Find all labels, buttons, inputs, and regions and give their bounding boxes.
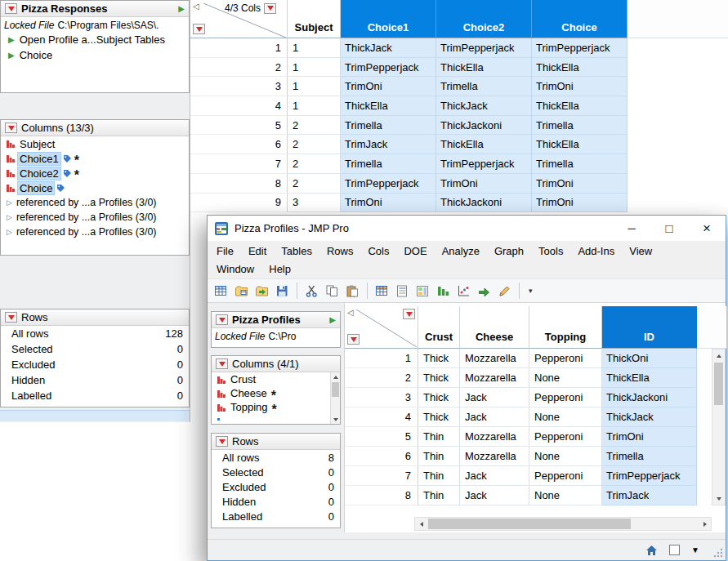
topping-cell[interactable]: None xyxy=(529,368,602,388)
rows-stat-row[interactable]: All rows 128 xyxy=(1,326,189,341)
column-header-subject[interactable]: Subject xyxy=(288,0,341,38)
topping-cell[interactable]: None xyxy=(529,407,602,427)
table-script-item[interactable]: ▶ Choice xyxy=(1,47,189,63)
id-cell[interactable]: ThickJack xyxy=(602,407,697,427)
layout-icon[interactable] xyxy=(413,282,432,301)
choice-cell[interactable]: ThickElla xyxy=(532,58,628,78)
toolbar-overflow-chevron-icon[interactable]: ▾ xyxy=(529,287,533,295)
row-number-cell[interactable]: 8 xyxy=(345,486,418,505)
topping-cell[interactable]: None xyxy=(529,447,602,466)
close-button[interactable]: × xyxy=(688,216,726,241)
column-header-topping[interactable]: Topping xyxy=(529,306,602,349)
choice-cell[interactable]: Trimella xyxy=(532,154,628,174)
journal-icon[interactable] xyxy=(393,282,412,301)
columns-menu-red-triangle-icon[interactable] xyxy=(403,309,415,319)
run-script-icon[interactable] xyxy=(475,282,494,301)
cheese-cell[interactable]: Jack xyxy=(460,486,529,505)
column-item-clipped[interactable] xyxy=(212,414,330,421)
nominal-column-icon[interactable] xyxy=(6,168,16,178)
subject-cell[interactable]: 1 xyxy=(288,77,341,96)
column-item-choice1[interactable]: Choice1 * xyxy=(1,151,189,166)
crust-cell[interactable]: Thick xyxy=(418,388,460,407)
nominal-column-icon[interactable] xyxy=(6,154,16,163)
rows-stat-row[interactable]: All rows 8 xyxy=(212,450,340,465)
nominal-column-icon[interactable] xyxy=(6,139,16,149)
column-name[interactable]: Choice2 xyxy=(18,167,60,180)
import-data-icon[interactable] xyxy=(252,282,271,301)
distribution-icon[interactable] xyxy=(434,282,453,301)
column-name[interactable]: Crust xyxy=(229,373,257,385)
row-number-cell[interactable]: 8 xyxy=(190,174,288,194)
red-triangle-menu-icon[interactable] xyxy=(216,436,228,447)
menu-item[interactable]: Cols xyxy=(360,242,396,260)
choice2-cell[interactable]: ThickElla xyxy=(436,135,532,154)
row-number-cell[interactable]: 5 xyxy=(190,116,288,136)
row-number-cell[interactable]: 3 xyxy=(190,77,288,96)
id-cell[interactable]: TrimOni xyxy=(602,427,697,447)
topping-cell[interactable]: Pepperoni xyxy=(529,388,602,407)
id-cell[interactable]: TrimJack xyxy=(602,486,697,505)
rows-stat-row[interactable]: Hidden 0 xyxy=(212,494,340,509)
cheese-cell[interactable]: Mozzarella xyxy=(460,427,529,447)
topping-cell[interactable]: Pepperoni xyxy=(529,466,602,486)
scroll-up-button[interactable] xyxy=(712,350,725,362)
cheese-cell[interactable]: Jack xyxy=(460,388,529,407)
vertical-scrollbar[interactable] xyxy=(712,349,726,505)
row-number-cell[interactable]: 9 xyxy=(190,194,288,213)
resize-grip[interactable] xyxy=(713,548,723,558)
data-table-icon[interactable] xyxy=(373,282,391,301)
row-number-cell[interactable]: 4 xyxy=(190,96,288,116)
choice-cell[interactable]: ThickElla xyxy=(532,96,628,116)
column-item-cheese[interactable]: Cheese * xyxy=(212,386,330,400)
title-bar[interactable]: Pizza Profiles - JMP Pro ─ □ × xyxy=(208,216,726,241)
home-icon[interactable] xyxy=(645,545,658,556)
id-cell[interactable]: ThickJackoni xyxy=(602,388,697,407)
rows-stat-row[interactable]: Labelled 0 xyxy=(212,509,340,523)
red-triangle-menu-icon[interactable] xyxy=(5,312,17,323)
choice-cell[interactable]: Trimella xyxy=(532,116,628,136)
rows-menu-red-triangle-icon[interactable] xyxy=(193,24,205,34)
subject-cell[interactable]: 3 xyxy=(288,194,341,213)
red-triangle-menu-icon[interactable] xyxy=(216,358,228,369)
column-reference-item[interactable]: ▷ referenced by ...a Profiles (3/0) xyxy=(1,225,189,239)
crust-cell[interactable]: Thick xyxy=(418,349,460,368)
scroll-down-button[interactable] xyxy=(712,492,725,505)
choice2-cell[interactable]: TrimPepperjack xyxy=(436,38,532,58)
column-reference-item[interactable]: ▷ referenced by ...a Profiles (3/0) xyxy=(1,210,189,225)
choice-cell[interactable]: TrimOni xyxy=(532,77,628,96)
choice2-cell[interactable]: ThickJack xyxy=(436,96,532,116)
subject-cell[interactable]: 1 xyxy=(288,96,341,116)
crust-cell[interactable]: Thick xyxy=(418,368,460,388)
row-number-cell[interactable]: 1 xyxy=(190,38,288,58)
fit-y-by-x-icon[interactable] xyxy=(454,282,473,301)
cheese-cell[interactable]: Mozzarella xyxy=(460,368,529,388)
paste-icon[interactable] xyxy=(343,282,362,301)
menu-item[interactable]: Analyze xyxy=(435,242,487,260)
subject-cell[interactable]: 1 xyxy=(288,58,341,78)
column-header-id[interactable]: ID xyxy=(602,306,697,349)
menu-item[interactable]: Tables xyxy=(274,242,319,260)
subject-cell[interactable]: 2 xyxy=(288,135,341,154)
choice2-cell[interactable]: Trimella xyxy=(436,77,532,96)
choice2-cell[interactable]: ThickJackoni xyxy=(436,194,532,213)
choice1-cell[interactable]: ThickElla xyxy=(341,96,436,116)
copy-icon[interactable] xyxy=(323,282,342,301)
menu-item[interactable]: Tools xyxy=(531,242,570,260)
row-number-cell[interactable]: 2 xyxy=(190,58,288,78)
cheese-cell[interactable]: Mozzarella xyxy=(460,447,529,466)
choice-cell[interactable]: TrimOni xyxy=(532,194,628,213)
subject-cell[interactable]: 2 xyxy=(288,174,341,194)
column-name[interactable]: Subject xyxy=(18,138,56,150)
choice-cell[interactable]: ThickElla xyxy=(532,135,628,154)
topping-cell[interactable]: Pepperoni xyxy=(529,349,602,368)
column-item-crust[interactable]: Crust xyxy=(212,372,330,386)
choice2-cell[interactable]: TrimPepperjack xyxy=(436,154,532,174)
nominal-column-icon[interactable] xyxy=(217,403,226,412)
status-dropdown-icon[interactable]: ▼ xyxy=(691,545,699,554)
choice2-cell[interactable]: ThickElla xyxy=(436,58,532,78)
minimize-button[interactable]: ─ xyxy=(613,216,650,241)
data-view-toggle-icon[interactable] xyxy=(669,545,680,555)
column-name[interactable]: Choice xyxy=(18,182,54,194)
choice1-cell[interactable]: Trimella xyxy=(341,116,436,136)
rows-stat-row[interactable]: Excluded 0 xyxy=(212,479,340,494)
